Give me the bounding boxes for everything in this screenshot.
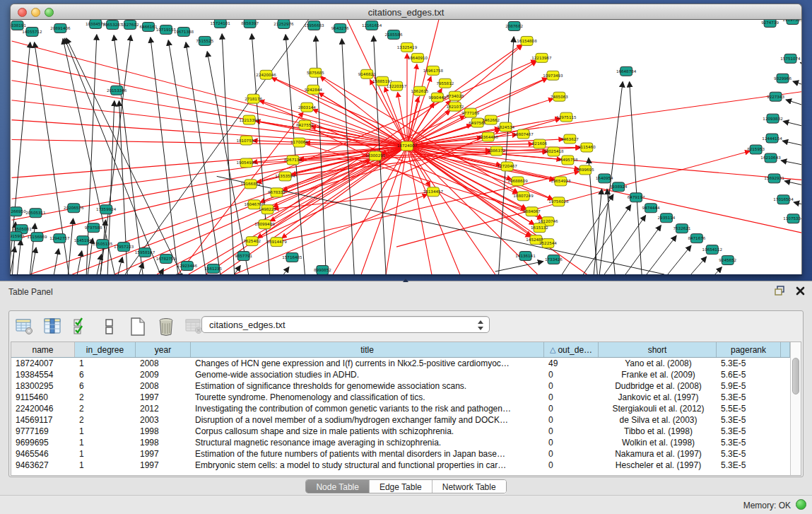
cell-out_de[interactable]: 0	[544, 426, 599, 436]
table-row[interactable]: 946362711997Embryonic stem cells: a mode…	[11, 460, 790, 471]
cell-year[interactable]: 1997	[136, 449, 191, 459]
cell-short[interactable]: de Silva et al. (2003)	[599, 415, 717, 425]
cell-name[interactable]: 19384554	[11, 370, 75, 380]
cell-in_degree[interactable]: 1	[75, 358, 136, 368]
cell-name[interactable]: 22420046	[11, 404, 75, 414]
cell-year[interactable]: 1997	[136, 392, 191, 402]
cell-title[interactable]: Estimation of the future numbers of pati…	[191, 449, 544, 459]
cell-title[interactable]: Investigating the contribution of common…	[191, 404, 544, 414]
cell-out_de[interactable]: 0	[544, 381, 599, 391]
close-panel-icon[interactable]	[796, 286, 805, 298]
cell-out_de[interactable]: 0	[544, 449, 599, 459]
vertical-scrollbar[interactable]	[790, 342, 801, 475]
cell-short[interactable]: Jankovic et al. (1997)	[599, 392, 717, 402]
tab-edge-table[interactable]: Edge Table	[370, 480, 433, 493]
panel-splitter-handle[interactable]	[403, 279, 408, 282]
cell-out_de[interactable]: 0	[544, 415, 599, 425]
cell-short[interactable]: Dudbridge et al. (2008)	[599, 381, 717, 391]
cell-title[interactable]: Disruption of a novel member of a sodium…	[191, 415, 544, 425]
table-settings-icon[interactable]	[15, 317, 35, 337]
cell-out_de[interactable]: 0	[544, 438, 599, 448]
cell-year[interactable]: 2009	[136, 370, 191, 380]
cell-name[interactable]: 9115460	[11, 392, 75, 402]
cell-title[interactable]: Tourette syndrome. Phenomenology and cla…	[191, 392, 544, 402]
cell-year[interactable]: 1997	[136, 460, 191, 470]
table-row[interactable]: 946554611997Estimation of the future num…	[11, 448, 790, 460]
cell-title[interactable]: Estimation of significance thresholds fo…	[191, 381, 544, 391]
cell-in_degree[interactable]: 2	[75, 415, 136, 425]
window-titlebar[interactable]: citations_edges.txt	[10, 4, 802, 20]
cell-in_degree[interactable]: 6	[75, 370, 136, 380]
table-body[interactable]: 1872400712008Changes of HCN gene express…	[11, 358, 790, 471]
cell-year[interactable]: 1998	[136, 426, 191, 436]
cell-short[interactable]: Tibbo et al. (1998)	[599, 426, 717, 436]
cell-pagerank[interactable]: 5.9E-5	[717, 381, 781, 391]
cell-pagerank[interactable]: 5.5E-5	[717, 404, 781, 414]
cell-short[interactable]: Hescheler et al. (1997)	[599, 460, 717, 470]
citation-network-graph[interactable]: 1872400718300295224200462718176122133981…	[11, 20, 802, 274]
column-header-name[interactable]: name	[11, 342, 75, 357]
cell-pagerank[interactable]: 5.3E-5	[717, 426, 781, 436]
cell-in_degree[interactable]: 2	[75, 392, 136, 402]
cell-name[interactable]: 9463627	[11, 460, 75, 470]
cell-name[interactable]: 9465546	[11, 449, 75, 459]
new-table-icon[interactable]	[128, 317, 148, 337]
cell-in_degree[interactable]: 1	[75, 460, 136, 470]
column-header-pagerank[interactable]: pagerank	[717, 342, 781, 357]
tab-network-table[interactable]: Network Table	[433, 480, 506, 493]
network-canvas[interactable]: 1872400718300295224200462718176122133981…	[10, 20, 802, 274]
cell-short[interactable]: Wolkin et al. (1998)	[599, 438, 717, 448]
cell-out_de[interactable]: 0	[544, 460, 599, 470]
cell-pagerank[interactable]: 5.3E-5	[717, 392, 781, 402]
delete-table-icon[interactable]	[156, 317, 176, 337]
select-column-icon[interactable]	[43, 317, 63, 337]
table-row[interactable]: 1872400712008Changes of HCN gene express…	[11, 358, 790, 369]
cell-short[interactable]: Yano et al. (2008)	[599, 358, 717, 368]
cell-year[interactable]: 1998	[136, 438, 191, 448]
cell-out_de[interactable]: 0	[544, 404, 599, 414]
cell-name[interactable]: 9777169	[11, 426, 75, 436]
cell-pagerank[interactable]: 5.3E-5	[717, 415, 781, 425]
table-row[interactable]: 2242004622012Investigating the contribut…	[11, 403, 790, 414]
cell-year[interactable]: 2012	[136, 404, 191, 414]
column-header-year[interactable]: year	[136, 342, 191, 357]
table-row[interactable]: 911546021997Tourette syndrome. Phenomeno…	[11, 392, 790, 403]
cell-out_de[interactable]: 0	[544, 392, 599, 402]
table-header-row[interactable]: namein_degreeyeartitle△out_de…shortpager…	[11, 342, 790, 358]
cell-pagerank[interactable]: 5.3E-5	[717, 460, 781, 470]
column-header-out_de[interactable]: △out_de…	[544, 342, 599, 357]
float-panel-icon[interactable]	[775, 286, 786, 298]
column-header-short[interactable]: short	[599, 342, 717, 357]
table-mode-icon[interactable]	[100, 317, 119, 337]
cell-in_degree[interactable]: 1	[75, 449, 136, 459]
scrollbar-thumb[interactable]	[792, 358, 799, 395]
cell-pagerank[interactable]: 5.3E-5	[717, 438, 781, 448]
table-row[interactable]: 1938455462009Genome-wide association stu…	[11, 369, 790, 380]
table-select-dropdown[interactable]: citations_edges.txt	[201, 316, 490, 333]
cell-year[interactable]: 2008	[136, 381, 191, 391]
cell-pagerank[interactable]: 5.6E-5	[717, 370, 781, 380]
cell-in_degree[interactable]: 1	[75, 426, 136, 436]
tab-node-table[interactable]: Node Table	[306, 480, 370, 493]
column-header-in_degree[interactable]: in_degree	[75, 342, 136, 357]
cell-title[interactable]: Embryonic stem cells: a model to study s…	[191, 460, 544, 470]
table-row[interactable]: 1456911722003Disruption of a novel membe…	[11, 414, 790, 426]
cell-out_de[interactable]: 0	[544, 370, 599, 380]
column-header-title[interactable]: title	[191, 342, 544, 357]
cell-short[interactable]: Franke et al. (2009)	[599, 370, 717, 380]
cell-title[interactable]: Genome-wide association studies in ADHD.	[191, 370, 544, 380]
cell-title[interactable]: Changes of HCN gene expression and I(f) …	[191, 358, 544, 368]
cell-name[interactable]: 14569117	[11, 415, 75, 425]
cell-in_degree[interactable]: 1	[75, 438, 136, 448]
cell-name[interactable]: 18724007	[11, 358, 75, 368]
cell-pagerank[interactable]: 5.3E-5	[717, 449, 781, 459]
select-rows-check-icon[interactable]	[71, 317, 91, 337]
cell-name[interactable]: 18300295	[11, 381, 75, 391]
cell-year[interactable]: 2003	[136, 415, 191, 425]
cell-in_degree[interactable]: 6	[75, 381, 136, 391]
cell-title[interactable]: Structural magnetic resonance image aver…	[191, 438, 544, 448]
table-row[interactable]: 969969511998Structural magnetic resonanc…	[11, 437, 790, 448]
cell-out_de[interactable]: 49	[544, 358, 599, 368]
cell-short[interactable]: Nakamura et al. (1997)	[599, 449, 717, 459]
cell-pagerank[interactable]: 5.3E-5	[717, 358, 781, 368]
